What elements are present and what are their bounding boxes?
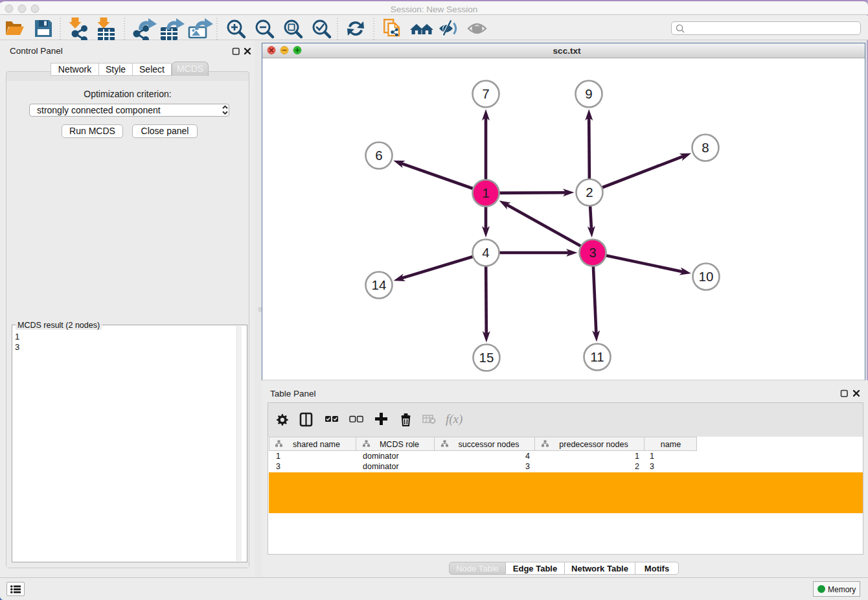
svg-text:14: 14 <box>372 277 387 292</box>
svg-text:10: 10 <box>699 269 714 284</box>
svg-text:6: 6 <box>375 148 382 163</box>
svg-text:3: 3 <box>589 245 596 260</box>
svg-text:15: 15 <box>479 350 494 365</box>
svg-text:7: 7 <box>482 86 489 101</box>
svg-text:9: 9 <box>585 86 592 101</box>
svg-text:8: 8 <box>702 140 709 155</box>
svg-text:11: 11 <box>590 349 604 364</box>
svg-text:2: 2 <box>586 185 593 200</box>
svg-text:1: 1 <box>482 185 489 200</box>
svg-text:4: 4 <box>482 245 489 260</box>
